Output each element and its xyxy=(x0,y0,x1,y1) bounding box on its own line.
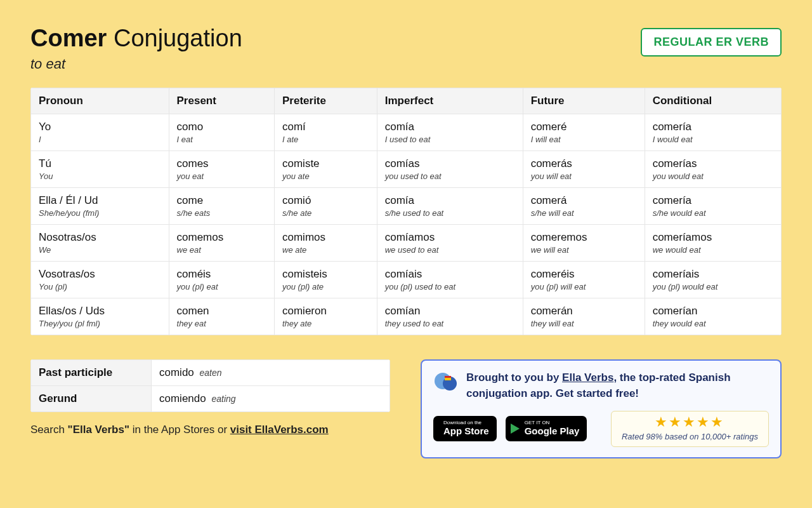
table-row: Gerund comiendo eating xyxy=(31,385,390,411)
promo-text: Brought to you by Ella Verbs, the top-ra… xyxy=(466,370,769,402)
col-future: Future xyxy=(523,88,645,114)
table-row: Vosotras/osYou (pl)coméisyou (pl) eatcom… xyxy=(31,261,782,298)
forms-table: Past participle comido eaten Gerund comi… xyxy=(30,359,390,412)
table-row: Past participle comido eaten xyxy=(31,359,390,385)
col-preterite: Preterite xyxy=(275,88,377,114)
imperfect-cell: comíamoswe used to eat xyxy=(377,224,523,261)
preterite-cell: comieronthey ate xyxy=(275,298,377,335)
svg-rect-3 xyxy=(445,378,451,380)
preterite-cell: comisteyou ate xyxy=(275,150,377,187)
col-imperfect: Imperfect xyxy=(377,88,523,114)
app-store-button[interactable]: Download on the App Store xyxy=(433,416,497,441)
present-cell: comoI eat xyxy=(169,114,274,150)
pronoun-cell: TúYou xyxy=(31,150,169,187)
rating-box: ★★★★★ Rated 98% based on 10,000+ ratings xyxy=(611,411,769,447)
brand-link[interactable]: Ella Verbs xyxy=(562,371,613,384)
verb-meaning: to eat xyxy=(30,56,242,72)
present-cell: coméisyou (pl) eat xyxy=(169,261,274,298)
table-row: TúYoucomesyou eatcomisteyou atecomíasyou… xyxy=(31,150,782,187)
future-cell: comeréisyou (pl) will eat xyxy=(523,261,645,298)
preterite-cell: comisteisyou (pl) ate xyxy=(275,261,377,298)
pronoun-cell: Vosotras/osYou (pl) xyxy=(31,261,169,298)
conditional-cell: comeríanthey would eat xyxy=(645,298,781,335)
conditional-cell: comeríasyou would eat xyxy=(645,150,781,187)
pronoun-cell: Nosotras/osWe xyxy=(31,224,169,261)
conditional-cell: comeríamoswe would eat xyxy=(645,224,781,261)
conditional-cell: comeríaisyou (pl) would eat xyxy=(645,261,781,298)
star-icons: ★★★★★ xyxy=(622,415,758,429)
future-cell: comerás/he will eat xyxy=(523,187,645,224)
present-cell: comes/he eats xyxy=(169,187,274,224)
pronoun-cell: Ella / Él / UdShe/he/you (fml) xyxy=(31,187,169,224)
future-cell: comeremoswe will eat xyxy=(523,224,645,261)
imperfect-cell: comías/he used to eat xyxy=(377,187,523,224)
google-play-icon xyxy=(511,424,520,434)
present-cell: comenthey eat xyxy=(169,298,274,335)
pronoun-cell: YoI xyxy=(31,114,169,150)
present-cell: comesyou eat xyxy=(169,150,274,187)
present-cell: comemoswe eat xyxy=(169,224,274,261)
preterite-cell: comíI ate xyxy=(275,114,377,150)
imperfect-cell: comíaisyou (pl) used to eat xyxy=(377,261,523,298)
preterite-cell: comiós/he ate xyxy=(275,187,377,224)
conditional-cell: comerías/he would eat xyxy=(645,187,781,224)
col-conditional: Conditional xyxy=(645,88,781,114)
search-hint: Search "Ella Verbs" in the App Stores or… xyxy=(30,424,390,436)
col-pronoun: Pronoun xyxy=(31,88,169,114)
table-row: Nosotras/osWecomemoswe eatcomimoswe atec… xyxy=(31,224,782,261)
past-participle-label: Past participle xyxy=(31,359,152,385)
app-logo-icon xyxy=(433,370,459,395)
future-cell: comeránthey will eat xyxy=(523,298,645,335)
future-cell: comerásyou will eat xyxy=(523,150,645,187)
table-row: Ellas/os / UdsThey/you (pl fml)comenthey… xyxy=(31,298,782,335)
future-cell: comeréI will eat xyxy=(523,114,645,150)
col-present: Present xyxy=(169,88,274,114)
google-play-button[interactable]: GET IT ON Google Play xyxy=(506,416,587,441)
imperfect-cell: comíasyou used to eat xyxy=(377,150,523,187)
page-title: Comer Conjugation xyxy=(30,24,242,53)
pronoun-cell: Ellas/os / UdsThey/you (pl fml) xyxy=(31,298,169,335)
imperfect-cell: comíaI used to eat xyxy=(377,114,523,150)
table-header-row: Pronoun Present Preterite Imperfect Futu… xyxy=(31,88,782,114)
preterite-cell: comimoswe ate xyxy=(275,224,377,261)
table-row: YoIcomoI eatcomíI atecomíaI used to eatc… xyxy=(31,114,782,150)
table-row: Ella / Él / UdShe/he/you (fml)comes/he e… xyxy=(31,187,782,224)
visit-link[interactable]: visit EllaVerbs.com xyxy=(230,424,329,436)
title-suffix: Conjugation xyxy=(114,25,242,51)
verb-type-badge: REGULAR ER VERB xyxy=(641,28,782,57)
gerund-label: Gerund xyxy=(31,385,152,411)
gerund-value: comiendo eating xyxy=(152,385,390,411)
conjugation-table: Pronoun Present Preterite Imperfect Futu… xyxy=(30,88,782,335)
imperfect-cell: comíanthey used to eat xyxy=(377,298,523,335)
verb-name: Comer xyxy=(30,25,107,51)
promo-box: Brought to you by Ella Verbs, the top-ra… xyxy=(421,359,782,458)
conditional-cell: comeríaI would eat xyxy=(645,114,781,150)
rating-text: Rated 98% based on 10,000+ ratings xyxy=(622,432,758,441)
past-participle-value: comido eaten xyxy=(152,359,390,385)
